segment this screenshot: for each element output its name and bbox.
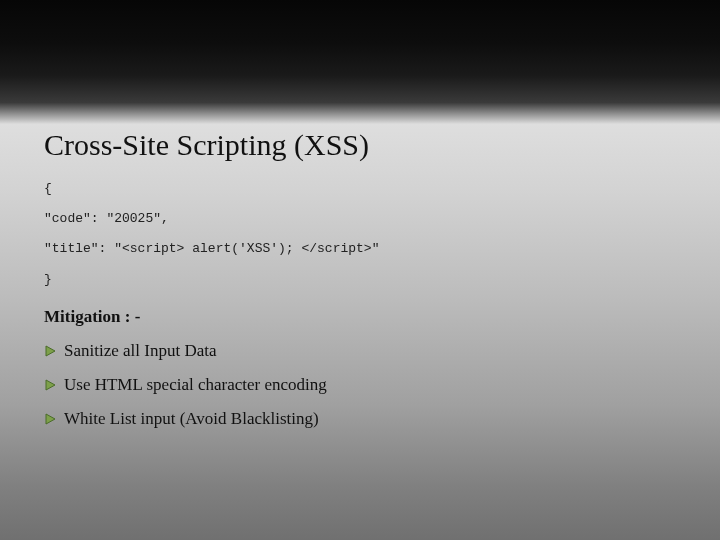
list-item: Sanitize all Input Data <box>44 341 680 361</box>
code-block: { "code": "20025", "title": "<script> al… <box>44 180 680 289</box>
slide: Cross-Site Scripting (XSS) { "code": "20… <box>0 0 720 429</box>
mitigation-heading: Mitigation : - <box>44 307 680 327</box>
svg-marker-1 <box>46 380 55 390</box>
triangle-right-icon <box>44 379 56 391</box>
mitigation-list: Sanitize all Input Data Use HTML special… <box>44 341 680 429</box>
list-item: White List input (Avoid Blacklisting) <box>44 409 680 429</box>
list-item-label: Use HTML special character encoding <box>64 375 327 395</box>
list-item: Use HTML special character encoding <box>44 375 680 395</box>
svg-marker-0 <box>46 346 55 356</box>
code-line-2: "title": "<script> alert('XSS'); </scrip… <box>44 240 680 258</box>
triangle-right-icon <box>44 345 56 357</box>
list-item-label: Sanitize all Input Data <box>64 341 216 361</box>
list-item-label: White List input (Avoid Blacklisting) <box>64 409 319 429</box>
code-line-1: "code": "20025", <box>44 210 680 228</box>
triangle-right-icon <box>44 413 56 425</box>
code-line-open: { <box>44 180 680 198</box>
code-line-close: } <box>44 271 680 289</box>
svg-marker-2 <box>46 414 55 424</box>
slide-title: Cross-Site Scripting (XSS) <box>44 128 680 162</box>
